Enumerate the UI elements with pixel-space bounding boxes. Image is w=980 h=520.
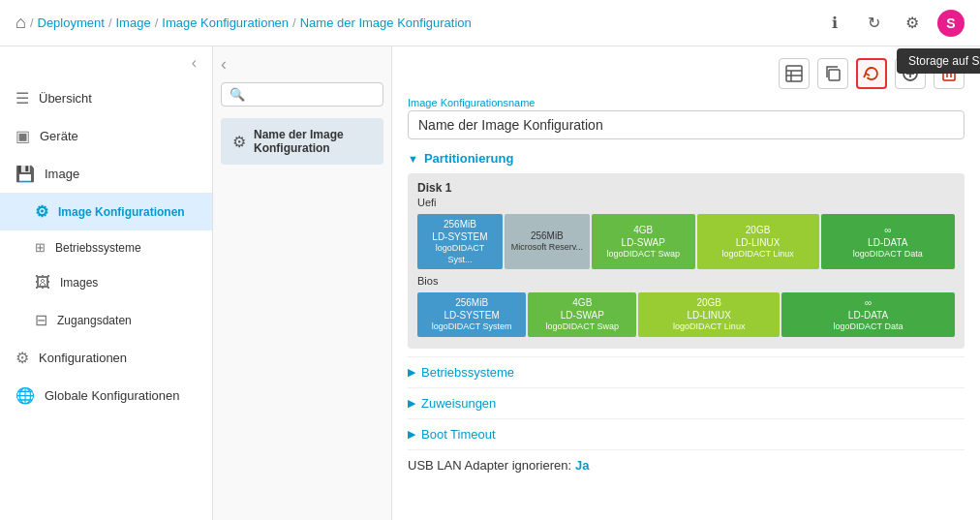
- search-icon: 🔍: [230, 87, 245, 102]
- field-value: Name der Image Konfiguration: [408, 110, 965, 139]
- mid-item-icon: ⚙: [232, 133, 246, 151]
- uefi-label: Uefi: [417, 197, 955, 208]
- bios-partitions: 256MiBLD-SYSTEMlogoDIDACT System 4GBLD-S…: [417, 292, 955, 337]
- disk-title: Disk 1: [417, 181, 955, 195]
- partitioning-label: Partitionierung: [424, 151, 513, 166]
- breadcrumb-current: Name der Image Konfiguration: [300, 15, 472, 30]
- breadcrumb-deployment[interactable]: Deployment: [38, 15, 105, 30]
- usb-lan-label: USB LAN Adapter ignorieren:: [408, 458, 571, 473]
- toolbar-btn-reset[interactable]: [856, 58, 887, 89]
- partition-ld-linux-uefi: 20GBLD-LINUXlogoDIDACT Linux: [697, 214, 819, 269]
- betriebssysteme-label: Betriebssysteme: [421, 365, 514, 380]
- usb-lan-value: Ja: [575, 458, 589, 473]
- partition-ld-swap-bios: 4GBLD-SWAPlogoDIDACT Swap: [528, 292, 636, 337]
- toolbar-btn-table[interactable]: [779, 58, 810, 89]
- breadcrumb: ⌂ / Deployment / Image / Image Konfigura…: [15, 13, 472, 33]
- sidebar-item-konfigurationen[interactable]: ⚙ Konfigurationen: [0, 339, 212, 377]
- boot-timeout-section[interactable]: ▶ Boot Timeout: [408, 418, 965, 449]
- search-input[interactable]: [249, 88, 375, 102]
- topbar: ⌂ / Deployment / Image / Image Konfigura…: [0, 0, 980, 46]
- sidebar-item-globale-konfigurationen[interactable]: 🌐 Globale Konfigurationen: [0, 377, 212, 414]
- breadcrumb-separator: /: [30, 15, 34, 30]
- zugangsdaten-icon: ⊟: [35, 311, 47, 329]
- partition-ld-data-bios: ∞LD-DATAlogoDIDACT Data: [781, 292, 955, 337]
- globale-konfigurationen-icon: 🌐: [15, 386, 35, 405]
- uebersicht-icon: ☰: [15, 89, 29, 107]
- bios-label: Bios: [417, 275, 955, 287]
- partitioning-arrow-icon: ▼: [408, 153, 418, 165]
- mid-panel-item[interactable]: ⚙ Name der ImageKonfiguration: [221, 118, 383, 165]
- boot-timeout-arrow-icon: ▶: [408, 428, 415, 441]
- user-avatar[interactable]: S: [937, 10, 965, 37]
- home-icon[interactable]: ⌂: [15, 13, 26, 33]
- partition-ld-swap-uefi: 4GBLD-SWAPlogoDIDACT Swap: [592, 214, 695, 269]
- partition-ld-linux-bios: 20GBLD-LINUXlogoDIDACT Linux: [638, 292, 780, 337]
- content-area: ↓ Storage auf Standardwerte zurücksetzen: [392, 46, 980, 520]
- toolbar-btn-reset-container: ↓ Storage auf Standardwerte zurücksetzen: [856, 58, 887, 89]
- info-icon[interactable]: ℹ: [821, 10, 848, 37]
- sidebar: ‹ ☰ Übersicht ▣ Geräte 💾 Image ⚙ Image K…: [0, 46, 213, 520]
- zuweisungen-label: Zuweisungen: [421, 396, 496, 411]
- mid-item-label: Name der ImageKonfiguration: [254, 128, 344, 155]
- disk-section: Disk 1 Uefi 256MiBLD-SYSTEMlogoDIDACT Sy…: [408, 173, 965, 349]
- betriebssysteme-arrow-icon: ▶: [408, 366, 415, 379]
- settings-icon[interactable]: ⚙: [899, 10, 926, 37]
- konfigurationen-icon: ⚙: [15, 349, 29, 367]
- main-layout: ‹ ☰ Übersicht ▣ Geräte 💾 Image ⚙ Image K…: [0, 46, 980, 520]
- sidebar-item-image-konfigurationen[interactable]: ⚙ Image Konfigurationen: [0, 193, 212, 230]
- reset-tooltip: Storage auf Standardwerte zurücksetzen: [897, 48, 980, 74]
- svg-rect-4: [829, 70, 840, 80]
- partition-ld-system-uefi: 256MiBLD-SYSTEMlogoDIDACT Syst...: [417, 214, 503, 269]
- betriebssysteme-icon: ⊞: [35, 240, 46, 255]
- red-arrow-annotation: ↓: [867, 46, 877, 48]
- sidebar-item-zugangsdaten[interactable]: ⊟ Zugangsdaten: [0, 301, 212, 339]
- uefi-partitions: 256MiBLD-SYSTEMlogoDIDACT Syst... 256MiB…: [417, 214, 955, 269]
- breadcrumb-image[interactable]: Image: [116, 15, 151, 30]
- usb-lan-line: USB LAN Adapter ignorieren: Ja: [408, 449, 965, 480]
- partition-ld-system-bios: 256MiBLD-SYSTEMlogoDIDACT System: [417, 292, 526, 337]
- image-konfigurationen-icon: ⚙: [35, 202, 48, 221]
- svg-rect-0: [786, 66, 802, 81]
- betriebssysteme-section[interactable]: ▶ Betriebssysteme: [408, 356, 965, 387]
- geraete-icon: ▣: [15, 127, 30, 145]
- boot-timeout-label: Boot Timeout: [421, 427, 496, 442]
- mid-panel: ‹ 🔍 ⚙ Name der ImageKonfiguration: [213, 46, 392, 520]
- topbar-icons: ℹ ↻ ⚙ S: [821, 10, 965, 37]
- sidebar-item-uebersicht[interactable]: ☰ Übersicht: [0, 79, 212, 117]
- breadcrumb-image-konfigurationen[interactable]: Image Konfigurationen: [162, 15, 289, 30]
- sidebar-item-geraete[interactable]: ▣ Geräte: [0, 117, 212, 155]
- image-icon: 💾: [15, 165, 35, 183]
- toolbar-btn-copy[interactable]: [817, 58, 848, 89]
- mid-panel-header: ‹: [213, 46, 391, 82]
- zuweisungen-section[interactable]: ▶ Zuweisungen: [408, 387, 965, 418]
- search-box[interactable]: 🔍: [221, 82, 383, 107]
- sidebar-item-images[interactable]: 🖼 Images: [0, 264, 212, 301]
- partition-ld-data-uefi: ∞LD-DATAlogoDIDACT Data: [821, 214, 956, 269]
- refresh-icon[interactable]: ↻: [860, 10, 887, 37]
- mid-panel-back-btn[interactable]: ‹: [221, 54, 227, 75]
- sidebar-toggle[interactable]: ‹: [0, 46, 212, 79]
- sidebar-item-image[interactable]: 💾 Image: [0, 155, 212, 193]
- sidebar-item-betriebssysteme[interactable]: ⊞ Betriebssysteme: [0, 230, 212, 264]
- zuweisungen-arrow-icon: ▶: [408, 397, 415, 410]
- field-label: Image Konfigurationsname: [408, 97, 965, 108]
- partitioning-section-header[interactable]: ▼ Partitionierung: [408, 151, 965, 166]
- images-icon: 🖼: [35, 274, 50, 291]
- partition-ms-reserved: 256MiBMicrosoft Reserv...: [505, 214, 590, 269]
